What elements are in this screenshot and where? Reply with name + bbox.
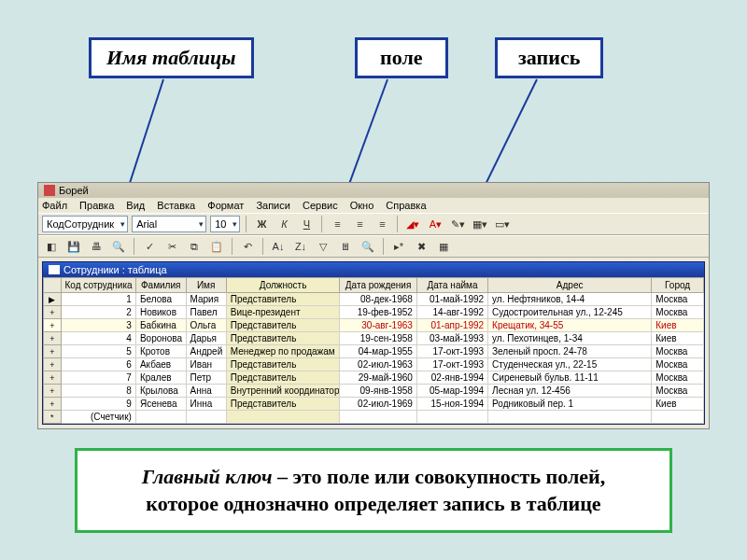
cell-firstname[interactable]: Ольга [186,319,226,332]
row-marker[interactable]: + [44,385,62,398]
cell-position[interactable]: Вице-президент [226,306,340,319]
cut-icon[interactable]: ✂ [162,237,181,256]
cell-lastname[interactable]: Воронова [135,332,186,345]
cell-position[interactable]: Представитель [226,398,340,411]
align-center-icon[interactable]: ≡ [350,215,369,233]
print-icon[interactable]: 🖶 [87,237,106,256]
cell-position[interactable] [226,411,340,424]
cell-position[interactable]: Внутренний координатор [226,385,340,398]
row-marker[interactable]: ▶ [44,293,62,306]
cell-hire[interactable]: 01-апр-1992 [416,319,487,332]
row-marker[interactable]: + [44,345,62,358]
cell-birth[interactable]: 09-янв-1958 [340,385,416,398]
cell-id[interactable]: 3 [61,319,135,332]
cell-city[interactable]: Москва [652,385,704,398]
cell-position[interactable]: Представитель [226,293,340,306]
cell-hire[interactable]: 17-окт-1993 [416,358,487,371]
data-table[interactable]: Код сотрудника Фамилия Имя Должность Дат… [43,277,704,424]
cell-address[interactable]: Родниковый пер. 1 [488,398,652,411]
cell-address[interactable]: Судостроительная ул., 12-245 [488,306,652,319]
col-birth[interactable]: Дата рождения [340,278,416,293]
table-row[interactable]: +5КротовАндрейМенеджер по продажам04-мар… [44,345,704,358]
cell-hire[interactable]: 17-окт-1993 [416,345,487,358]
menu-edit[interactable]: Правка [79,200,114,211]
cell-id[interactable]: 2 [61,306,135,319]
row-marker[interactable]: + [44,358,62,371]
col-id[interactable]: Код сотрудника [61,278,135,293]
cell-id[interactable]: 6 [61,358,135,371]
cell-hire[interactable]: 05-мар-1994 [416,385,487,398]
preview-icon[interactable]: 🔍 [109,237,128,256]
cell-address[interactable]: Зеленый просп. 24-78 [488,345,652,358]
view-icon[interactable]: ◧ [42,237,61,256]
sort-asc-icon[interactable]: A↓ [269,237,288,256]
menu-help[interactable]: Справка [386,200,426,211]
table-row[interactable]: +3БабкинаОльгаПредставитель30-авг-196301… [44,319,704,332]
cell-hire[interactable]: 15-ноя-1994 [416,398,487,411]
cell-address[interactable]: Крещатик, 34-55 [488,319,652,332]
cell-birth[interactable]: 19-сен-1958 [340,332,416,345]
gridlines-icon[interactable]: ▦▾ [471,215,489,233]
menu-format[interactable]: Формат [207,200,244,211]
cell-id[interactable]: (Счетчик) [61,411,135,424]
col-hire[interactable]: Дата найма [416,278,487,293]
bold-button[interactable]: Ж [252,215,271,233]
cell-id[interactable]: 1 [61,293,135,306]
underline-button[interactable]: Ч [297,215,316,233]
cell-hire[interactable] [416,411,487,424]
cell-firstname[interactable]: Анна [186,385,226,398]
col-selector[interactable] [44,278,62,293]
cell-position[interactable]: Представитель [226,358,340,371]
cell-id[interactable]: 7 [61,371,135,385]
col-firstname[interactable]: Имя [186,278,226,293]
row-marker[interactable]: + [44,332,62,345]
row-marker[interactable]: + [44,371,62,385]
cell-hire[interactable]: 14-авг-1992 [416,306,487,319]
cell-birth[interactable] [340,411,416,424]
menu-file[interactable]: Файл [42,200,67,211]
cell-firstname[interactable] [186,411,226,424]
field-combo[interactable]: КодСотрудник [42,216,128,232]
cell-position[interactable]: Представитель [226,332,340,345]
cell-address[interactable]: ул. Нефтяников, 14-4 [488,293,652,306]
table-row[interactable]: +2НовиковПавелВице-президент19-фев-19521… [44,306,704,319]
align-left-icon[interactable]: ≡ [328,215,346,233]
filter-form-icon[interactable]: 🗏 [336,237,355,256]
cell-firstname[interactable]: Иван [186,358,226,371]
cell-address[interactable]: Студенческая ул., 22-15 [488,358,652,371]
spell-icon[interactable]: ✓ [140,237,159,256]
cell-city[interactable]: Москва [652,345,704,358]
cell-id[interactable]: 9 [61,398,135,411]
cell-city[interactable]: Москва [652,293,704,306]
cell-address[interactable]: Лесная ул. 12-456 [488,385,652,398]
cell-position[interactable]: Представитель [226,371,340,385]
cell-firstname[interactable]: Петр [186,371,226,385]
table-row[interactable]: +4ВороноваДарьяПредставитель19-сен-19580… [44,332,704,345]
cell-birth[interactable]: 02-июл-1969 [340,398,416,411]
cell-address[interactable]: ул. Пехотинцев, 1-34 [488,332,652,345]
db-window-icon[interactable]: ▦ [434,237,453,256]
menu-window[interactable]: Окно [350,200,374,211]
cell-lastname[interactable]: Кротов [135,345,186,358]
cell-birth[interactable]: 29-май-1960 [340,371,416,385]
size-combo[interactable]: 10 [210,216,240,232]
table-row[interactable]: *(Счетчик) [44,411,704,424]
cell-birth[interactable]: 19-фев-1952 [340,306,416,319]
cell-city[interactable]: Киев [652,398,704,411]
col-lastname[interactable]: Фамилия [135,278,186,293]
cell-city[interactable] [652,411,704,424]
undo-icon[interactable]: ↶ [238,237,257,256]
cell-id[interactable]: 4 [61,332,135,345]
cell-firstname[interactable]: Павел [186,306,226,319]
cell-position[interactable]: Представитель [226,319,340,332]
col-city[interactable]: Город [652,278,704,293]
cell-id[interactable]: 8 [61,385,135,398]
cell-firstname[interactable]: Инна [186,398,226,411]
sort-desc-icon[interactable]: Z↓ [291,237,310,256]
font-combo[interactable]: Arial [132,216,206,232]
copy-icon[interactable]: ⧉ [185,237,204,256]
delete-record-icon[interactable]: ✖ [412,237,430,256]
row-marker[interactable]: + [44,306,62,319]
cell-city[interactable]: Москва [652,306,704,319]
paste-icon[interactable]: 📋 [207,237,226,256]
